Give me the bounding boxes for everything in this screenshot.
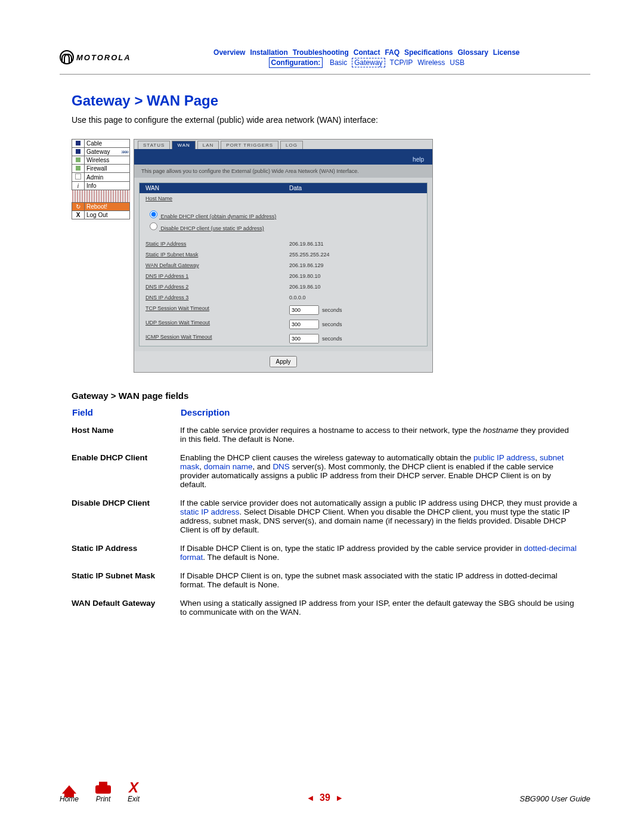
radio-disable-dhcp-input[interactable]: [150, 222, 157, 230]
radio-enable-dhcp[interactable]: Enable DHCP client (obtain dynamic IP ad…: [147, 209, 420, 219]
print-icon: [95, 785, 111, 794]
next-page-icon[interactable]: ►: [335, 793, 343, 803]
link-static-ip-address[interactable]: static IP address: [180, 507, 240, 516]
nav-config-label: Configuration:: [269, 57, 323, 68]
shot-desc: This page allows you to configure the Ex…: [134, 165, 432, 178]
sidenav-logout[interactable]: XLog Out: [72, 211, 130, 219]
row-static-ip-address: Static IP Address206.19.86.131: [140, 239, 427, 249]
divider: [60, 74, 590, 75]
link-dns[interactable]: DNS: [273, 462, 290, 471]
row-udp-session-wait-timeout: UDP Session Wait Timeout seconds: [140, 317, 427, 332]
nav-glossary[interactable]: Glossary: [457, 48, 488, 57]
logo: MOTOROLA: [60, 50, 131, 64]
radio-disable-dhcp[interactable]: Disable DHCP client (use static IP addre…: [147, 221, 420, 231]
exit-button[interactable]: X Exit: [128, 782, 140, 803]
radio-enable-dhcp-input[interactable]: [150, 210, 157, 218]
hdr-data: Data: [283, 183, 427, 193]
page-title: Gateway > WAN Page: [72, 92, 590, 109]
subnav-usb[interactable]: USB: [450, 58, 465, 67]
motorola-icon: [60, 50, 74, 64]
intro-text: Use this page to configure the external …: [72, 115, 590, 125]
guide-label: SBG900 User Guide: [519, 794, 590, 803]
link-public-ip-address[interactable]: public IP address: [473, 453, 535, 462]
tab-status[interactable]: STATUS: [138, 141, 170, 149]
nav-overview[interactable]: Overview: [213, 48, 245, 57]
field-name: Static IP Address: [72, 540, 180, 568]
field-desc: If Disable DHCP Client is on, type the s…: [180, 568, 584, 595]
page-number: 39: [320, 792, 330, 803]
brand-text: MOTOROLA: [76, 53, 131, 62]
page-nav: ◄ 39 ►: [304, 792, 346, 803]
sidenav-wireless[interactable]: Wireless: [72, 156, 130, 165]
input-udp-session-wait-timeout[interactable]: [289, 320, 319, 329]
home-icon: [62, 785, 76, 794]
field-name: Static IP Subnet Mask: [72, 568, 180, 595]
apply-button[interactable]: Apply: [270, 356, 296, 367]
nav-specifications[interactable]: Specifications: [404, 48, 453, 57]
field-name: Host Name: [72, 422, 180, 450]
sidenav-cable[interactable]: Cable: [72, 140, 130, 148]
field-desc: If the cable service provider does not a…: [180, 495, 584, 540]
nav-faq[interactable]: FAQ: [385, 48, 400, 57]
th-field: Field: [72, 407, 180, 422]
row-icmp-session-wait-timeout: ICMP Session Wait Timeout seconds: [140, 332, 427, 346]
field-desc: When using a statically assigned IP addr…: [180, 595, 584, 623]
sidenav-admin[interactable]: Admin: [72, 173, 130, 182]
field-name: WAN Default Gateway: [72, 595, 180, 623]
fields-title: Gateway > WAN page fields: [72, 391, 590, 401]
shot-panel: STATUSWANLANPORT TRIGGERSLOG help This p…: [134, 139, 433, 373]
shot-side-nav: CableGateway»»»WirelessFirewallAdminiInf…: [72, 139, 130, 373]
input-icmp-session-wait-timeout[interactable]: [289, 334, 319, 343]
field-desc: If the cable service provider requires a…: [180, 422, 584, 450]
sidenav-gateway[interactable]: Gateway»»»: [72, 148, 130, 156]
sidenav-firewall[interactable]: Firewall: [72, 165, 130, 173]
nav-installation[interactable]: Installation: [250, 48, 287, 57]
row-tcp-session-wait-timeout: TCP Session Wait Timeout seconds: [140, 303, 427, 317]
row-dns-ip-address-1: DNS IP Address 1206.19.80.10: [140, 271, 427, 281]
shot-tabs: STATUSWANLANPORT TRIGGERSLOG: [134, 140, 432, 149]
input-tcp-session-wait-timeout[interactable]: [289, 305, 319, 315]
field-name: Enable DHCP Client: [72, 450, 180, 495]
help-link[interactable]: help: [413, 156, 424, 163]
host-label: Host Name: [140, 193, 283, 204]
tab-port-triggers[interactable]: PORT TRIGGERS: [221, 141, 278, 149]
sub-nav: Configuration: BasicGatewayTCP/IPWireles…: [143, 58, 590, 67]
row-static-ip-subnet-mask: Static IP Subnet Mask255.255.255.224: [140, 249, 427, 260]
tab-lan[interactable]: LAN: [197, 141, 219, 149]
link-domain-name[interactable]: domain name: [204, 462, 253, 471]
sidenav-reboot[interactable]: ↻Reboot!: [72, 203, 130, 211]
sidenav-info[interactable]: iInfo: [72, 182, 130, 190]
tab-log[interactable]: LOG: [280, 141, 303, 149]
link-dotted-decimal-format[interactable]: dotted-decimal format: [180, 544, 577, 562]
subnav-wireless[interactable]: Wireless: [417, 58, 445, 67]
top-nav: OverviewInstallationTroubleshootingConta…: [143, 48, 590, 57]
subnav-gateway[interactable]: Gateway: [352, 58, 385, 67]
field-desc: If Disable DHCP Client is on, type the s…: [180, 540, 584, 568]
tab-wan[interactable]: WAN: [172, 141, 195, 149]
hdr-wan: WAN: [140, 183, 283, 193]
nav-license[interactable]: License: [493, 48, 520, 57]
row-dns-ip-address-3: DNS IP Address 30.0.0.0: [140, 292, 427, 303]
row-dns-ip-address-2: DNS IP Address 2206.19.86.10: [140, 281, 427, 292]
nav-troubleshooting[interactable]: Troubleshooting: [293, 48, 349, 57]
row-wan-default-gateway: WAN Default Gateway206.19.86.129: [140, 260, 427, 271]
subnav-tcp-ip[interactable]: TCP/IP: [390, 58, 413, 67]
print-button[interactable]: Print: [95, 785, 111, 803]
field-desc: Enabling the DHCP client causes the wire…: [180, 450, 584, 495]
nav-contact[interactable]: Contact: [354, 48, 380, 57]
field-name: Disable DHCP Client: [72, 495, 180, 540]
prev-page-icon[interactable]: ◄: [306, 793, 315, 803]
exit-icon: X: [129, 782, 138, 794]
shot-help-bar: help: [134, 149, 432, 165]
subnav-basic[interactable]: Basic: [330, 58, 347, 67]
th-description: Description: [180, 407, 584, 422]
home-button[interactable]: Home: [60, 785, 79, 803]
